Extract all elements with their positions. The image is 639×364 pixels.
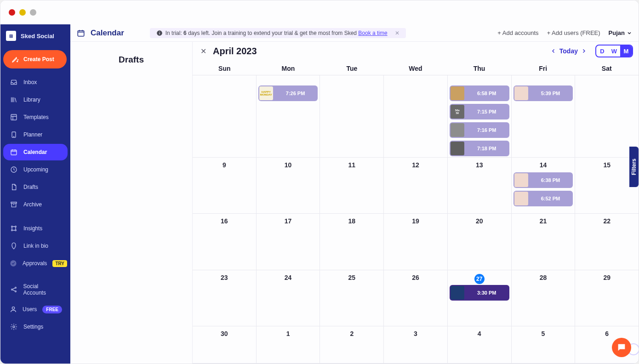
dow-row: SunMonTueWedThuFriSat: [193, 62, 639, 75]
close-icon[interactable]: ✕: [395, 30, 399, 36]
add-accounts-link[interactable]: + Add accounts: [497, 29, 538, 36]
calendar-event[interactable]: HAPPYMONDAY7:26 PM: [258, 85, 318, 101]
calendar-day[interactable]: 29: [575, 270, 639, 326]
calendar-day[interactable]: 17: [257, 214, 320, 269]
calendar-event[interactable]: 6:38 PM: [513, 172, 573, 188]
calendar-day[interactable]: [320, 75, 384, 157]
event-thumbnail: [514, 86, 528, 100]
window-minimize-dot[interactable]: [19, 9, 26, 16]
calendar-day[interactable]: 22: [575, 214, 639, 269]
create-post-label: Create Post: [23, 56, 54, 63]
chat-button[interactable]: [612, 338, 631, 357]
close-drafts-icon[interactable]: ✕: [198, 46, 208, 56]
trial-banner: In trial: 6 days left. Join a training t…: [150, 28, 406, 38]
prev-period-button[interactable]: [549, 47, 558, 55]
calendar-day[interactable]: [575, 75, 639, 157]
window-close-dot[interactable]: [9, 9, 15, 16]
calendar-day[interactable]: 6:58 PM50x507:15 PM7:16 PM7:18 PM: [448, 75, 512, 157]
calendar-day[interactable]: 20: [448, 214, 512, 269]
sidebar-item-settings[interactable]: Settings: [3, 318, 68, 335]
calendar-day[interactable]: 10: [257, 158, 320, 213]
calendar-day[interactable]: HAPPYMONDAY7:26 PM: [257, 75, 320, 157]
calendar-day[interactable]: 1: [257, 326, 320, 363]
create-post-icon: [11, 56, 19, 63]
sidebar-item-calendar[interactable]: Calendar: [3, 144, 68, 160]
calendar-day[interactable]: 11: [320, 158, 384, 213]
day-number: 3: [414, 330, 417, 337]
app-window: ⊞ Sked Social Create Post InboxLibraryTe…: [0, 0, 639, 364]
calendar-day[interactable]: 4: [448, 326, 512, 363]
view-week-button[interactable]: W: [608, 46, 620, 57]
sidebar-item-label: Users: [23, 306, 37, 313]
sidebar-item-label: Upcoming: [23, 166, 48, 173]
sidebar-item-inbox[interactable]: Inbox: [3, 74, 68, 91]
planner-icon: [10, 131, 18, 139]
sidebar-item-social-accounts[interactable]: Social Accounts: [3, 279, 68, 300]
brand-logo-icon: ⊞: [6, 31, 16, 41]
sidebar-item-library[interactable]: Library: [3, 91, 68, 108]
sidebar-item-link-in-bio[interactable]: Link in bio: [3, 238, 68, 254]
calendar-day[interactable]: 30: [193, 326, 257, 363]
calendar-event[interactable]: 7:18 PM: [450, 141, 509, 156]
calendar-event[interactable]: 5:39 PM: [513, 85, 573, 101]
calendar-day[interactable]: [193, 75, 257, 157]
info-icon: [156, 30, 163, 36]
calendar-day[interactable]: 24: [257, 270, 320, 326]
calendar-day[interactable]: [384, 75, 448, 157]
calendar-day[interactable]: 19: [384, 214, 448, 269]
sidebar-item-label: Library: [23, 97, 40, 103]
sidebar-item-archive[interactable]: Archive: [3, 196, 68, 213]
calendar-day[interactable]: 18: [320, 214, 384, 269]
filters-tab[interactable]: Filters: [629, 147, 639, 187]
day-number: 5: [542, 330, 545, 337]
current-user-menu[interactable]: Pujan: [609, 29, 632, 36]
calendar-day[interactable]: 16: [193, 214, 257, 269]
sidebar-item-insights[interactable]: Insights: [3, 220, 68, 237]
today-button[interactable]: Today: [559, 47, 578, 55]
calendar-day[interactable]: 26: [384, 270, 448, 326]
calendar-event[interactable]: 6:58 PM: [450, 85, 509, 101]
sidebar-item-planner[interactable]: Planner: [3, 126, 68, 143]
svg-rect-4: [11, 150, 17, 155]
calendar-day[interactable]: 25: [320, 270, 384, 326]
calendar-day[interactable]: 21: [512, 214, 576, 269]
sidebar-item-approvals[interactable]: ApprovalsTRY: [3, 255, 68, 272]
next-period-button[interactable]: [580, 47, 588, 55]
event-time: 7:16 PM: [467, 127, 507, 133]
calendar-day[interactable]: 5:39 PM: [512, 75, 576, 157]
calendar-day[interactable]: 3: [384, 326, 448, 363]
day-number: 19: [412, 217, 419, 225]
calendar-day[interactable]: 12: [384, 158, 448, 213]
event-time: 6:38 PM: [531, 177, 571, 183]
calendar-day[interactable]: 13: [448, 158, 512, 213]
window-zoom-dot[interactable]: [30, 9, 36, 16]
calendar-week: 16171819202122: [193, 214, 639, 270]
sidebar-item-upcoming[interactable]: Upcoming: [3, 161, 68, 178]
sidebar-item-templates[interactable]: Templates: [3, 109, 68, 125]
calendar-day[interactable]: 23: [193, 270, 257, 326]
day-number: 28: [540, 274, 547, 281]
calendar-event[interactable]: 50x507:15 PM: [450, 104, 509, 119]
calendar-week: 23242526273:30 PM2829: [193, 270, 639, 326]
svg-rect-2: [11, 114, 17, 120]
sidebar-item-label: Calendar: [23, 149, 47, 155]
calendar-day[interactable]: 273:30 PM: [448, 270, 512, 326]
calendar-icon: [10, 148, 18, 156]
add-users-link[interactable]: + Add users (FREE): [547, 29, 600, 36]
sidebar-item-drafts[interactable]: Drafts: [3, 179, 68, 195]
book-time-link[interactable]: Book a time: [358, 30, 387, 36]
calendar-event[interactable]: 6:52 PM: [513, 191, 573, 206]
calendar-day[interactable]: 9: [193, 158, 257, 213]
calendar-day[interactable]: 28: [512, 270, 576, 326]
event-thumbnail: [451, 286, 464, 300]
calendar-day[interactable]: 5: [512, 326, 576, 363]
calendar-event[interactable]: 3:30 PM: [450, 285, 509, 301]
calendar-event[interactable]: 7:16 PM: [450, 122, 509, 138]
calendar-day[interactable]: 2: [320, 326, 384, 363]
view-month-button[interactable]: M: [620, 46, 632, 57]
view-day-button[interactable]: D: [596, 46, 608, 57]
sidebar-item-users[interactable]: UsersFREE: [3, 301, 68, 318]
calendar-day[interactable]: 146:38 PM6:52 PM: [512, 158, 576, 213]
create-post-button[interactable]: Create Post: [3, 50, 67, 68]
day-number: 21: [540, 217, 547, 225]
